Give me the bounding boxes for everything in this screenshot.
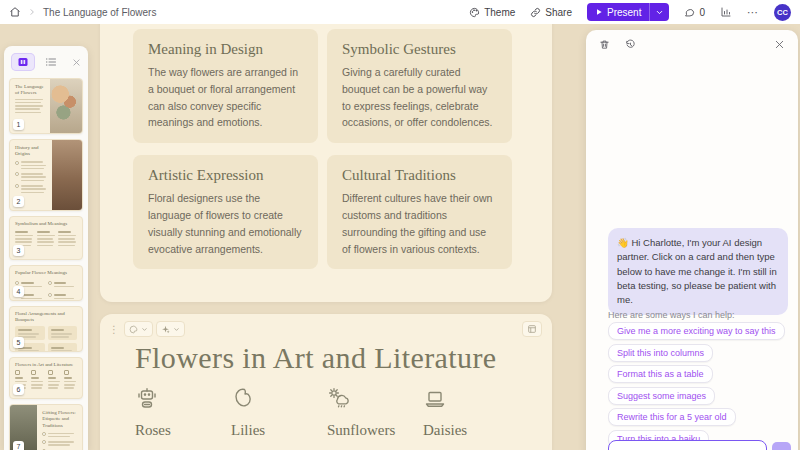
slide-thumbnail[interactable]: Symbolism and Meanings3 — [9, 216, 83, 260]
slide-thumbnail[interactable]: Gifting Flowers: Etiquette and Tradition… — [9, 404, 83, 450]
slide-number-badge: 1 — [13, 119, 24, 130]
slide-number-badge: 2 — [13, 196, 24, 207]
suggestion-pill[interactable]: Format this as a table — [608, 365, 713, 383]
content-card[interactable]: Artistic ExpressionFloral designers use … — [133, 155, 318, 269]
breadcrumb[interactable]: The Language of Flowers — [43, 7, 156, 18]
slide-thumbnail[interactable]: Flowers in Art and Literature6 — [9, 357, 83, 399]
cloud-gear-icon — [327, 386, 423, 412]
thumbnail-title: Flowers in Art and Literature — [15, 362, 77, 368]
breadcrumb-chevron-icon — [28, 8, 36, 16]
slide-item-label: Daisies — [423, 422, 519, 439]
more-menu-button[interactable]: ⋯ — [747, 6, 759, 19]
thumbnail-title: Floral Arrangements and Bouquets — [15, 311, 77, 324]
slide-thumbnail[interactable]: Floral Arrangements and Bouquets5 — [9, 306, 83, 352]
slide-item-label: Lilies — [231, 422, 327, 439]
thumbnail-title: The Language of Flowers — [15, 84, 46, 97]
home-button[interactable] — [9, 6, 21, 18]
share-button[interactable]: Share — [530, 7, 572, 18]
slide-number-badge: 3 — [13, 245, 24, 256]
card-view-toggle[interactable] — [11, 53, 35, 71]
suggestion-pill[interactable]: Give me a more exciting way to say this — [608, 322, 785, 340]
thumbnail-image — [52, 140, 82, 210]
analytics-button[interactable] — [720, 6, 732, 18]
thumbnail-panel-close-icon[interactable] — [72, 58, 81, 67]
slide-item-label: Roses — [135, 422, 231, 439]
theme-icon — [469, 7, 480, 18]
slide-card-meanings[interactable]: Meaning in DesignThe way flowers are arr… — [100, 0, 552, 302]
card-style-button[interactable] — [124, 321, 153, 337]
present-label: Present — [607, 7, 641, 18]
history-icon[interactable] — [625, 39, 636, 50]
slide-item-label: Sunflowers — [327, 422, 423, 439]
ai-greeting-bubble: 👋 Hi Charlotte, I'm your AI design partn… — [608, 228, 788, 315]
ai-edit-button[interactable] — [156, 321, 185, 337]
slide-item[interactable]: Roses — [135, 386, 231, 439]
present-button[interactable]: Present — [587, 7, 649, 18]
thumbnail-image — [50, 79, 82, 133]
slide-number-badge: 5 — [13, 337, 24, 348]
content-card[interactable]: Cultural TraditionsDifferent cultures ha… — [327, 155, 512, 269]
card-body: Different cultures have their own custom… — [342, 190, 497, 257]
slide-number-badge: 6 — [13, 384, 24, 395]
slide-thumbnail[interactable]: The Language of Flowers1 — [9, 78, 83, 134]
comment-count: 0 — [699, 7, 705, 18]
slide-item-row: RosesLiliesSunflowersDaisies — [135, 386, 519, 439]
card-grid: Meaning in DesignThe way flowers are arr… — [133, 29, 512, 269]
send-button[interactable] — [772, 442, 791, 450]
trash-icon[interactable] — [599, 39, 610, 50]
thumbnail-title: History and Origins — [15, 145, 48, 158]
slide-item[interactable]: Daisies — [423, 386, 519, 439]
laptop-icon — [423, 386, 519, 412]
card-toolbar: ⋮ — [107, 321, 185, 337]
drag-handle-icon[interactable]: ⋮ — [107, 324, 121, 335]
play-icon — [595, 8, 603, 16]
thumbnail-title: Symbolism and Meanings — [15, 221, 77, 227]
content-card[interactable]: Meaning in DesignThe way flowers are arr… — [133, 29, 318, 143]
help-intro: Here are some ways I can help: — [608, 310, 735, 320]
present-dropdown-button[interactable] — [650, 8, 669, 17]
ai-panel-close-icon[interactable] — [774, 39, 785, 50]
card-body: The way flowers are arranged in a bouque… — [148, 64, 303, 131]
list-view-toggle[interactable] — [39, 53, 63, 71]
suggestion-pill[interactable]: Split this into columns — [608, 344, 713, 362]
suggestion-pill[interactable]: Rewrite this for a 5 year old — [608, 408, 736, 426]
suggestion-list: Give me a more exciting way to say thisS… — [608, 322, 785, 448]
ai-assistant-panel: 👋 Hi Charlotte, I'm your AI design partn… — [586, 30, 798, 450]
card-title: Meaning in Design — [148, 41, 303, 58]
topbar: The Language of Flowers Theme Share Pres… — [0, 0, 800, 24]
content-card[interactable]: Symbolic GesturesGiving a carefully cura… — [327, 29, 512, 143]
slide-thumbnail[interactable]: History and Origins2 — [9, 139, 83, 211]
ai-panel-header — [586, 30, 798, 59]
robot-icon — [135, 386, 231, 412]
present-button-group: Present — [587, 3, 669, 21]
card-body: Floral designers use the language of flo… — [148, 190, 303, 257]
comments-button[interactable]: 0 — [684, 7, 705, 18]
slide-number-badge: 4 — [13, 286, 24, 297]
thumbnail-panel-header — [4, 46, 88, 76]
chat-input-row — [608, 440, 791, 450]
slide-card-art-literature[interactable]: ⋮ Flowers in Art and Literature RosesLil… — [100, 314, 552, 450]
comment-icon — [684, 7, 695, 18]
slide-thumbnail[interactable]: Popular Flower Meanings4 — [9, 265, 83, 301]
card-title: Cultural Traditions — [342, 167, 497, 184]
share-label: Share — [545, 7, 572, 18]
thumbnail-title: Popular Flower Meanings — [15, 270, 77, 276]
slide-title[interactable]: Flowers in Art and Literature — [135, 341, 497, 375]
share-icon — [530, 7, 541, 18]
thumbnail-title: Gifting Flowers: Etiquette and Tradition… — [42, 410, 78, 429]
slide-thumbnails: The Language of Flowers1History and Orig… — [4, 76, 88, 450]
card-title: Symbolic Gestures — [342, 41, 497, 58]
slide-thumbnail-panel: The Language of Flowers1History and Orig… — [4, 46, 88, 450]
slide-item[interactable]: Lilies — [231, 386, 327, 439]
petal-icon — [231, 386, 327, 412]
card-title: Artistic Expression — [148, 167, 303, 184]
slide-item[interactable]: Sunflowers — [327, 386, 423, 439]
theme-button[interactable]: Theme — [469, 7, 515, 18]
card-template-button[interactable] — [522, 321, 542, 337]
suggestion-pill[interactable]: Suggest some images — [608, 387, 715, 405]
slide-number-badge: 7 — [13, 441, 24, 450]
theme-label: Theme — [484, 7, 515, 18]
chat-input[interactable] — [608, 440, 767, 450]
avatar[interactable]: CC — [774, 4, 791, 21]
card-body: Giving a carefully curated bouquet can b… — [342, 64, 497, 131]
